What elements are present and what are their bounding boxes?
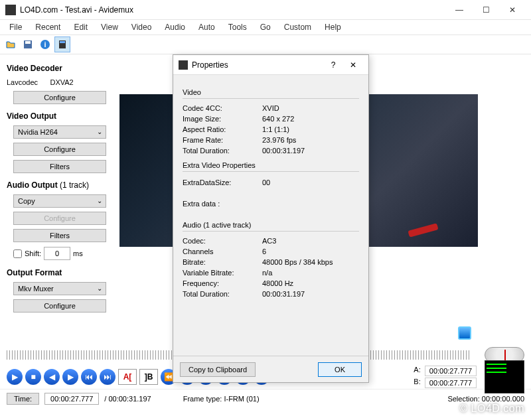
bottom-bar: Time: 00:00:27.777 / 00:00:31.197 Frame … — [0, 389, 531, 407]
extrasize-value: 00 — [262, 178, 270, 186]
info-icon[interactable]: i — [37, 36, 53, 52]
svg-rect-5 — [60, 41, 65, 43]
open-icon[interactable] — [3, 36, 19, 52]
b-timecode: 00:00:27.777 — [425, 378, 477, 388]
adur-key: Total Duration: — [183, 290, 262, 298]
audio-filters-button[interactable]: Filters — [13, 229, 106, 242]
video-filters-button[interactable]: Filters — [13, 160, 106, 173]
next-frame-button[interactable]: ▶ — [62, 369, 78, 385]
prev-keyframe-button[interactable]: ⏮ — [81, 369, 97, 385]
menu-custom[interactable]: Custom — [277, 21, 318, 33]
time-input[interactable]: 00:00:27.777 — [44, 393, 99, 405]
aspect-key: Aspect Ratio: — [183, 125, 262, 133]
menu-auto[interactable]: Auto — [192, 21, 222, 33]
decoder-codec: Lavcodec — [7, 78, 38, 86]
vu-meter — [485, 360, 524, 393]
marker-info: A:00:00:27.777 B:00:00:27.777 — [414, 366, 477, 388]
fps-key: Frame Rate: — [183, 136, 262, 144]
stop-button[interactable]: ■ — [25, 369, 41, 385]
audio-configure-button: Configure — [13, 212, 106, 225]
svg-text:i: i — [44, 40, 46, 48]
menu-audio[interactable]: Audio — [158, 21, 192, 33]
dur-key: Total Duration: — [183, 147, 262, 155]
audio-output-combo[interactable]: Copy — [13, 194, 106, 208]
next-keyframe-button[interactable]: ⏭ — [100, 369, 115, 385]
a-timecode: 00:00:27.777 — [425, 366, 477, 376]
freq-key: Frequency: — [183, 279, 262, 287]
channels-key: Channels — [183, 247, 262, 255]
adur-value: 00:00:31.197 — [262, 290, 305, 298]
fps-value: 23.976 fps — [262, 136, 296, 144]
dialog-footer: Copy to Clipboard OK — [173, 356, 368, 382]
menu-view[interactable]: View — [94, 21, 125, 33]
maximize-button[interactable]: ☐ — [473, 0, 499, 20]
position-marker-icon[interactable] — [458, 326, 471, 340]
audio-section-header: Audio (1 active track) — [183, 221, 359, 232]
ok-button[interactable]: OK — [318, 362, 362, 377]
properties-dialog: Properties ? ✕ Video Codec 4CC:XVID Imag… — [173, 54, 369, 383]
watermark: © LO4D.com — [459, 403, 524, 415]
codec4cc-value: XVID — [262, 104, 279, 112]
extra-section-header: Extra Video Properties — [183, 161, 359, 172]
decoder-configure-button[interactable]: Configure — [13, 91, 106, 104]
titlebar: LO4D.com - Test.avi - Avidemux — ☐ ✕ — [0, 0, 531, 20]
menu-help[interactable]: Help — [318, 21, 348, 33]
minimize-button[interactable]: — — [446, 0, 473, 20]
set-marker-b-button[interactable]: ]B — [139, 369, 158, 385]
audio-output-title: Audio Output (1 track) — [7, 180, 113, 190]
video-output-title: Video Output — [7, 111, 113, 121]
dialog-help-button[interactable]: ? — [323, 60, 343, 70]
decoder-accel: DXVA2 — [50, 78, 73, 86]
extradata-key: Extra data : — [183, 200, 262, 208]
shift-unit: ms — [73, 249, 83, 257]
video-output-combo[interactable]: Nvidia H264 — [13, 125, 106, 139]
sidebar: Video Decoder Lavcodec DXVA2 Configure V… — [0, 54, 119, 345]
acodec-value: AC3 — [262, 237, 276, 245]
menu-edit[interactable]: Edit — [67, 21, 94, 33]
output-format-title: Output Format — [7, 268, 113, 277]
menu-video[interactable]: Video — [125, 21, 158, 33]
calculator-icon[interactable] — [54, 36, 70, 52]
dialog-titlebar[interactable]: Properties ? ✕ — [173, 55, 368, 75]
video-section-header: Video — [183, 88, 359, 99]
copy-clipboard-button[interactable]: Copy to Clipboard — [180, 362, 256, 377]
dialog-icon — [179, 60, 188, 70]
selection-text: Selection: 00:00:00.000 — [447, 395, 524, 403]
play-button[interactable]: ▶ — [7, 369, 23, 385]
shift-spinner[interactable]: 0 — [44, 247, 70, 260]
shift-checkbox[interactable] — [13, 249, 22, 258]
codec4cc-key: Codec 4CC: — [183, 104, 262, 112]
vbr-key: Variable Bitrate: — [183, 269, 262, 277]
freq-value: 48000 Hz — [262, 279, 293, 287]
menubar: File Recent Edit View Video Audio Auto T… — [0, 20, 531, 35]
toolbar: i — [0, 35, 531, 54]
set-marker-a-button[interactable]: A[ — [118, 369, 137, 385]
menu-recent[interactable]: Recent — [29, 21, 67, 33]
dialog-close-button[interactable]: ✕ — [343, 60, 363, 70]
bitrate-value: 48000 Bps / 384 kbps — [262, 258, 333, 266]
prev-frame-button[interactable]: ◀ — [44, 369, 60, 385]
menu-go[interactable]: Go — [254, 21, 277, 33]
aspect-value: 1:1 (1:1) — [262, 125, 289, 133]
time-label: Time: — [7, 393, 39, 405]
shift-row: Shift: 0 ms — [13, 247, 113, 260]
menu-file[interactable]: File — [3, 21, 29, 33]
imgsize-value: 640 x 272 — [262, 115, 294, 123]
video-decoder-title: Video Decoder — [7, 64, 113, 73]
video-configure-button[interactable]: Configure — [13, 143, 106, 156]
close-button[interactable]: ✕ — [499, 0, 526, 20]
svg-rect-1 — [25, 41, 31, 44]
bitrate-key: Bitrate: — [183, 258, 262, 266]
channels-value: 6 — [262, 247, 266, 255]
format-configure-button[interactable]: Configure — [13, 299, 106, 313]
dialog-title: Properties — [192, 60, 323, 70]
output-format-combo[interactable]: Mkv Muxer — [13, 282, 106, 295]
app-icon — [5, 5, 16, 15]
a-label: A: — [414, 366, 420, 376]
duration-text: / 00:00:31.197 — [104, 395, 151, 403]
imgsize-key: Image Size: — [183, 115, 262, 123]
save-icon[interactable] — [20, 36, 36, 52]
acodec-key: Codec: — [183, 237, 262, 245]
menu-tools[interactable]: Tools — [222, 21, 254, 33]
window-title: LO4D.com - Test.avi - Avidemux — [20, 5, 446, 15]
